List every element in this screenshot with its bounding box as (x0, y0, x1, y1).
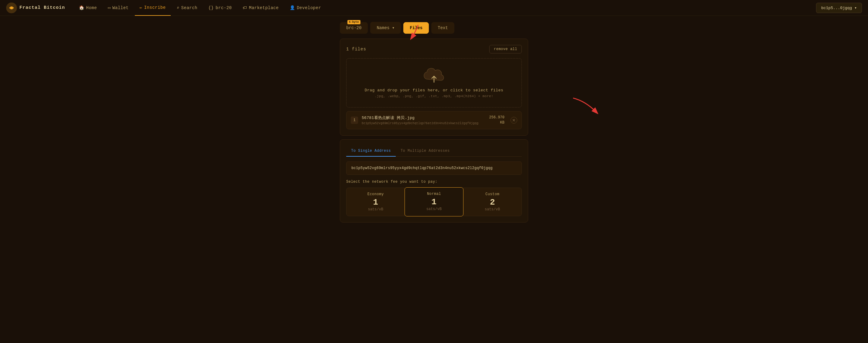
nav-item-brc20[interactable]: {} brc-20 (204, 0, 237, 16)
fee-custom-unit: sats/vB (466, 207, 519, 212)
addr-tab-single[interactable]: To Single Address (346, 146, 396, 157)
navbar: Fractal Bitcoin 🏠 Home ▭ Wallet ✏ Inscri… (0, 0, 868, 16)
fee-normal-unit: sats/vB (408, 207, 460, 211)
nav-item-marketplace[interactable]: 🏷 Marketplace (238, 0, 283, 16)
file-name: 56781看热点解读 拷贝.jpg (362, 115, 486, 121)
brc20-icon: {} (208, 5, 214, 10)
wallet-address-button[interactable]: bc1p5...0jgqg ▾ (816, 3, 862, 13)
fee-option-economy[interactable]: Economy 1 sats/vB (346, 187, 405, 216)
fee-economy-value: 1 (349, 198, 402, 207)
address-input[interactable] (346, 162, 522, 175)
nav-label-inscribe: Inscribe (144, 5, 165, 10)
main-content: 5-byte brc-20 Names ▾ Files Text (0, 16, 868, 232)
fee-economy-unit: sats/vB (349, 207, 402, 212)
section-header: 1 files remove all (346, 45, 522, 54)
upload-section: 1 files remove all Drag and drop your fi… (340, 39, 528, 136)
remove-all-button[interactable]: remove all (489, 45, 522, 54)
nav-label-wallet: Wallet (112, 5, 128, 10)
inscribe-icon: ✏ (140, 5, 143, 10)
fee-label: Select the network fee you want to pay: (346, 180, 522, 184)
wallet-icon: ▭ (108, 5, 111, 10)
file-info: 56781看热点解读 拷贝.jpg bc1p5yw52vg69mlrs95yyx… (362, 115, 486, 125)
fee-options: Economy 1 sats/vB Normal 1 sats/vB Custo… (346, 187, 522, 216)
nav-label-developer: Developer (297, 5, 321, 10)
file-size: 256.970 KB (489, 115, 504, 125)
nav-item-wallet[interactable]: ▭ Wallet (103, 0, 133, 16)
drop-zone[interactable]: Drag and drop your files here, or click … (346, 58, 522, 107)
fee-normal-name: Normal (408, 192, 460, 196)
file-number: 1 (351, 116, 358, 124)
addr-tab-multiple[interactable]: To Multiple Addresses (396, 146, 455, 157)
tab-text[interactable]: Text (431, 22, 454, 34)
file-item: 1 56781看热点解读 拷贝.jpg bc1p5yw52vg69mlrs95y… (346, 111, 522, 129)
nav-item-inscribe[interactable]: ✏ Inscribe (135, 0, 171, 16)
address-section: To Single Address To Multiple Addresses … (340, 139, 528, 222)
tabs-section: 5-byte brc-20 Names ▾ Files Text (340, 22, 528, 34)
file-remove-button[interactable]: ✕ (510, 117, 517, 124)
upload-cloud-icon (423, 68, 445, 84)
fee-option-custom[interactable]: Custom 2 sats/vB (463, 187, 522, 216)
tab-files[interactable]: Files (403, 22, 429, 34)
tab-names[interactable]: Names ▾ (370, 22, 401, 34)
nav-label-search: Search (181, 5, 197, 10)
upload-icon-wrapper (352, 68, 516, 84)
drop-formats: .jpg, .webp, .png, .gif, .txt, .mp3, .mp… (352, 94, 516, 98)
fee-normal-value: 1 (408, 198, 460, 206)
developer-icon: 👤 (290, 5, 295, 10)
fee-economy-name: Economy (349, 192, 402, 196)
fee-custom-name: Custom (466, 192, 519, 196)
nav-item-search[interactable]: ⌕ Search (172, 0, 202, 16)
logo-text: Fractal Bitcoin (20, 5, 65, 10)
tab-brc20[interactable]: 5-byte brc-20 (340, 22, 368, 34)
fee-custom-value: 2 (466, 198, 519, 207)
logo[interactable]: Fractal Bitcoin (6, 2, 65, 13)
drop-text: Drag and drop your files here, or click … (352, 88, 516, 93)
nav-label-home: Home (86, 5, 97, 10)
page-container: 5-byte brc-20 Names ▾ Files Text (340, 22, 528, 226)
nav-items: 🏠 Home ▭ Wallet ✏ Inscribe ⌕ Search {} b… (74, 0, 816, 16)
fee-option-normal[interactable]: Normal 1 sats/vB (405, 187, 463, 216)
files-count: 1 files (346, 47, 366, 52)
home-icon: 🏠 (79, 5, 85, 10)
nav-label-brc20: brc-20 (216, 5, 232, 10)
address-tabs: To Single Address To Multiple Addresses (346, 146, 522, 157)
wallet-address-label: bc1p5...0jgqg ▾ (821, 5, 857, 10)
nav-item-home[interactable]: 🏠 Home (74, 0, 102, 16)
search-icon: ⌕ (177, 5, 180, 10)
tab-badge-brc20: 5-byte (347, 20, 360, 24)
tabs-row: 5-byte brc-20 Names ▾ Files Text (340, 22, 528, 34)
nav-label-marketplace: Marketplace (249, 5, 279, 10)
marketplace-icon: 🏷 (243, 5, 247, 10)
file-address: bc1p5yw52vg69mlrs95yyx4gd9chqtlqp76at2d3… (362, 122, 486, 125)
nav-right: bc1p5...0jgqg ▾ (816, 3, 862, 13)
nav-item-developer[interactable]: 👤 Developer (285, 0, 326, 16)
